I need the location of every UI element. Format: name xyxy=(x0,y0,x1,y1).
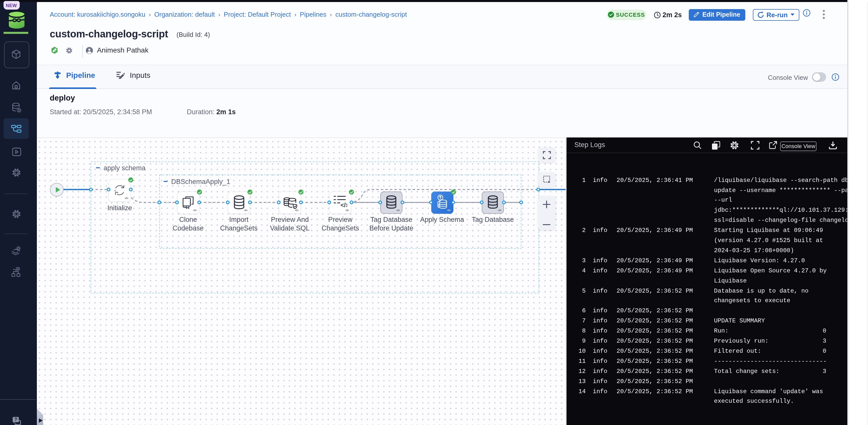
svg-text:?: ? xyxy=(14,417,18,422)
